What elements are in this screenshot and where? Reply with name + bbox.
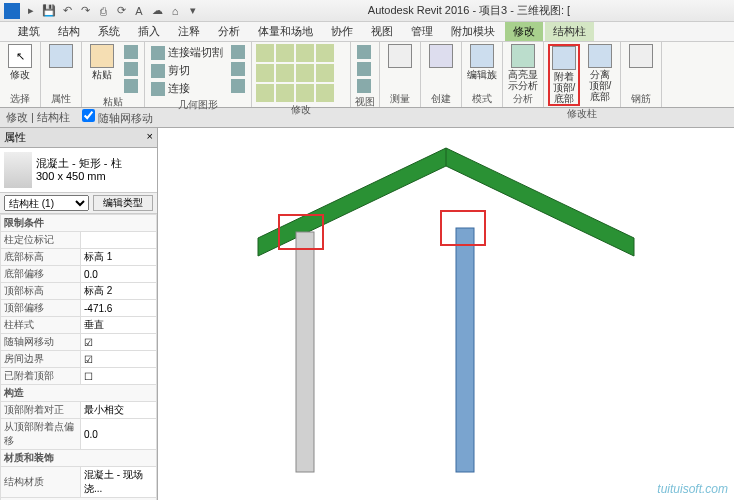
move-with-grid-checkbox[interactable]: 随轴网移动	[82, 109, 153, 126]
prop-value[interactable]	[81, 232, 157, 249]
geom-ico2[interactable]	[229, 61, 247, 77]
group-modify: 修改	[256, 102, 346, 118]
highlight-analysis-button[interactable]: 高亮显示分析	[507, 44, 539, 91]
rebar-button[interactable]	[625, 44, 657, 68]
options-context-label: 修改 | 结构柱	[6, 110, 70, 125]
prop-value[interactable]: 0.0	[81, 266, 157, 283]
qat-redo-icon[interactable]: ↷	[78, 4, 92, 18]
prop-value[interactable]: 垂直	[81, 317, 157, 334]
properties-close-icon[interactable]: ×	[147, 130, 153, 145]
copy-button[interactable]	[122, 61, 140, 77]
svg-rect-1	[456, 228, 474, 472]
tab-annotate[interactable]: 注释	[170, 22, 208, 41]
tab-modify[interactable]: 修改	[505, 22, 543, 41]
tab-struct[interactable]: 结构	[50, 22, 88, 41]
tab-manage[interactable]: 管理	[403, 22, 441, 41]
svg-rect-0	[296, 232, 314, 472]
type-selector[interactable]: 混凝土 - 矩形 - 柱 300 x 450 mm	[0, 148, 157, 193]
prop-value[interactable]: 混凝土 - 现场浇...	[81, 467, 157, 498]
tab-sys[interactable]: 系统	[90, 22, 128, 41]
modify-ico-1[interactable]	[256, 44, 274, 62]
instance-filter-select[interactable]: 结构柱 (1)	[4, 195, 89, 211]
match-button[interactable]	[122, 78, 140, 94]
prop-key: 已附着顶部	[1, 368, 81, 385]
modify-tool-button[interactable]: ↖ 修改	[4, 44, 36, 80]
prop-key: 底部标高	[1, 249, 81, 266]
qat-undo-icon[interactable]: ↶	[60, 4, 74, 18]
prop-key: 底部偏移	[1, 266, 81, 283]
measure-button[interactable]	[384, 44, 416, 68]
group-geometry: 几何图形	[149, 97, 247, 113]
prop-key: 随轴网移动	[1, 334, 81, 351]
qat-text-icon[interactable]: A	[132, 4, 146, 18]
join-cut-button[interactable]: 连接端切割	[149, 44, 225, 61]
create-button[interactable]	[425, 44, 457, 68]
geom-ico1[interactable]	[229, 44, 247, 60]
modify-ico-2[interactable]	[276, 44, 294, 62]
drawing-canvas[interactable]: tuituisoft.com	[158, 128, 734, 500]
prop-group-header[interactable]: 材质和装饰	[1, 450, 157, 467]
properties-button[interactable]	[45, 44, 77, 68]
group-properties: 属性	[45, 91, 77, 107]
edit-family-button[interactable]: 编辑族	[466, 44, 498, 80]
qat-more-icon[interactable]: ▾	[186, 4, 200, 18]
tab-view[interactable]: 视图	[363, 22, 401, 41]
tab-massing[interactable]: 体量和场地	[250, 22, 321, 41]
group-create: 创建	[425, 91, 457, 107]
prop-value[interactable]: 标高 1	[81, 249, 157, 266]
modify-ico-4[interactable]	[316, 44, 334, 62]
tab-collab[interactable]: 协作	[323, 22, 361, 41]
properties-header: 属性	[4, 130, 26, 145]
cut-button[interactable]	[122, 44, 140, 60]
annotation-box-right	[440, 210, 486, 246]
tab-arch[interactable]: 建筑	[10, 22, 48, 41]
view-ico1[interactable]	[355, 44, 373, 60]
attach-top-button[interactable]: 附着 顶部/底部	[548, 44, 580, 106]
tab-analyze[interactable]: 分析	[210, 22, 248, 41]
modify-ico-3[interactable]	[296, 44, 314, 62]
group-analysis: 分析	[507, 91, 539, 107]
group-mode: 模式	[466, 91, 498, 107]
qat-sync-icon[interactable]: ⟳	[114, 4, 128, 18]
modify-ico-6[interactable]	[276, 64, 294, 82]
modify-ico-5[interactable]	[256, 64, 274, 82]
properties-grid[interactable]: 限制条件柱定位标记底部标高标高 1底部偏移0.0顶部标高标高 2顶部偏移-471…	[0, 214, 157, 500]
group-clipboard: 粘贴	[86, 94, 140, 110]
tab-insert[interactable]: 插入	[130, 22, 168, 41]
qat-print-icon[interactable]: ⎙	[96, 4, 110, 18]
modify-ico-10[interactable]	[276, 84, 294, 102]
geom-ico3[interactable]	[229, 78, 247, 94]
paste-button[interactable]: 粘贴	[86, 44, 118, 80]
prop-value[interactable]: 标高 2	[81, 283, 157, 300]
modify-ico-9[interactable]	[256, 84, 274, 102]
prop-group-header[interactable]: 限制条件	[1, 215, 157, 232]
cut-geom-button[interactable]: 剪切	[149, 62, 225, 79]
prop-value[interactable]: ☑	[81, 351, 157, 368]
detach-top-button[interactable]: 分离 顶部/底部	[584, 44, 616, 102]
prop-value[interactable]: -471.6	[81, 300, 157, 317]
group-modify-column: 修改柱	[548, 106, 616, 122]
tab-structcol[interactable]: 结构柱	[545, 22, 594, 41]
join-button[interactable]: 连接	[149, 80, 225, 97]
view-ico2[interactable]	[355, 61, 373, 77]
group-rebar: 钢筋	[625, 91, 657, 107]
prop-value[interactable]: 0.0	[81, 419, 157, 450]
prop-group-header[interactable]: 构造	[1, 385, 157, 402]
edit-type-button[interactable]: 编辑类型	[93, 195, 153, 211]
qat-home-icon[interactable]: ⌂	[168, 4, 182, 18]
prop-value[interactable]: ☑	[81, 334, 157, 351]
prop-value[interactable]: 最小相交	[81, 402, 157, 419]
modify-ico-8[interactable]	[316, 64, 334, 82]
view-ico3[interactable]	[355, 78, 373, 94]
qat-save-icon[interactable]: 💾	[42, 4, 56, 18]
prop-key: 房间边界	[1, 351, 81, 368]
app-icon[interactable]	[4, 3, 20, 19]
modify-ico-12[interactable]	[316, 84, 334, 102]
qat-open-icon[interactable]: ▸	[24, 4, 38, 18]
qat-cloud-icon[interactable]: ☁	[150, 4, 164, 18]
watermark: tuituisoft.com	[657, 482, 728, 496]
tab-addins[interactable]: 附加模块	[443, 22, 503, 41]
prop-value[interactable]: ☐	[81, 368, 157, 385]
modify-ico-11[interactable]	[296, 84, 314, 102]
modify-ico-7[interactable]	[296, 64, 314, 82]
